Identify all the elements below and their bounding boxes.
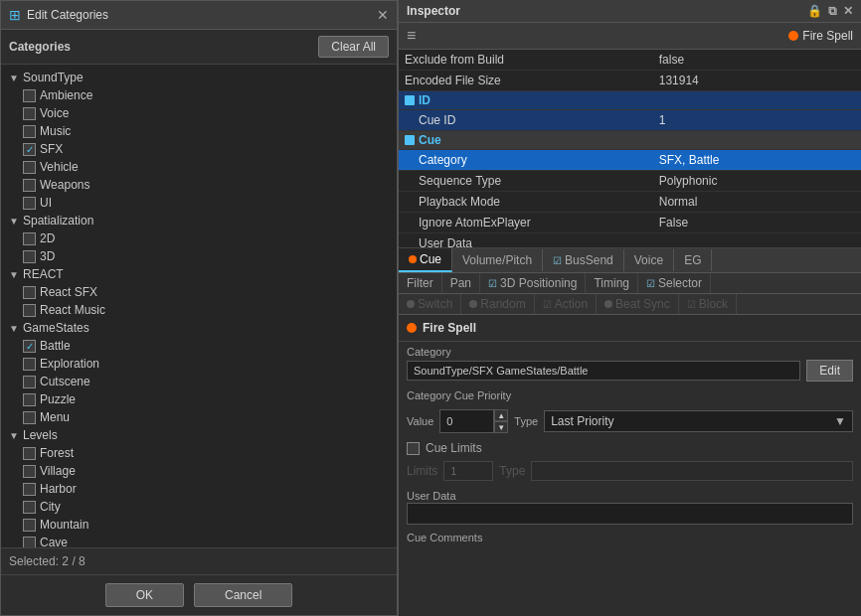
prop-name: Encoded File Size [399, 71, 653, 91]
subtab-selector[interactable]: ☑ Selector [638, 273, 711, 293]
cue-section-icon [405, 135, 415, 145]
checkbox-ambience[interactable] [23, 89, 36, 102]
tab-bussend[interactable]: ☑ BusSend [543, 249, 624, 271]
checkbox-battle[interactable] [23, 340, 36, 353]
list-item[interactable]: Cave [1, 534, 397, 547]
checkbox-ui[interactable] [23, 197, 36, 210]
list-item[interactable]: Village [1, 462, 397, 480]
list-item[interactable]: Harbor [1, 480, 397, 498]
prop-name: Category [399, 150, 653, 171]
checkbox-harbor[interactable] [23, 483, 36, 496]
list-item[interactable]: React Music [1, 301, 397, 319]
prop-value: 1 [653, 110, 861, 131]
spinner-down-button[interactable]: ▼ [494, 421, 508, 433]
subtab-filter[interactable]: Filter [399, 273, 442, 293]
checkbox-vehicle[interactable] [23, 161, 36, 174]
priority-value-input[interactable] [439, 409, 494, 433]
limits-type-input [531, 461, 853, 481]
list-item[interactable]: Ambience [1, 86, 397, 104]
limits-type-label: Type [499, 464, 525, 478]
tab-volume-pitch[interactable]: Volume/Pitch [452, 249, 543, 271]
checkbox-weapons[interactable] [23, 179, 36, 192]
checkbox-reactmusic[interactable] [23, 304, 36, 317]
group-gamestates[interactable]: ▼ GameStates [1, 319, 397, 337]
list-item[interactable]: Exploration [1, 355, 397, 373]
list-item[interactable]: SFX [1, 140, 397, 158]
tab-cue[interactable]: Cue [399, 248, 452, 272]
dropdown-arrow-icon: ▼ [834, 414, 846, 428]
group-levels[interactable]: ▼ Levels [1, 426, 397, 444]
tab-eg[interactable]: EG [674, 249, 712, 271]
checkbox-exploration[interactable] [23, 358, 36, 371]
ok-button[interactable]: OK [105, 583, 184, 607]
list-item[interactable]: Cutscene [1, 373, 397, 390]
list-item[interactable]: UI [1, 194, 397, 212]
cue-limits-checkbox[interactable] [407, 442, 420, 455]
checkbox-3d[interactable] [23, 250, 36, 263]
checkbox-sfx[interactable] [23, 143, 36, 156]
edit-button[interactable]: Edit [806, 360, 853, 382]
table-row: Cue [399, 131, 861, 150]
table-row: Category SFX, Battle [399, 150, 861, 171]
list-item[interactable]: Menu [1, 408, 397, 426]
subtab-selector-label: Selector [658, 276, 702, 290]
prop-value: 131914 [653, 71, 861, 91]
checkbox-menu[interactable] [23, 411, 36, 424]
subtab-action-label: Action [555, 297, 588, 311]
list-item[interactable]: Music [1, 122, 397, 140]
table-icon: ≡ [407, 27, 416, 45]
checkbox-village[interactable] [23, 465, 36, 478]
checkbox-city[interactable] [23, 501, 36, 514]
prop-name: User Data [399, 233, 653, 249]
group-spatialization[interactable]: ▼ Spatialization [1, 212, 397, 230]
clear-all-button[interactable]: Clear All [318, 36, 389, 58]
checkbox-cutscene[interactable] [23, 376, 36, 388]
list-item[interactable]: Puzzle [1, 390, 397, 408]
subtab-3d-positioning[interactable]: ☑ 3D Positioning [480, 273, 586, 293]
prop-name: Ignore AtomExPlayer [399, 213, 653, 233]
prop-name: Cue ID [399, 110, 653, 131]
checkbox-music[interactable] [23, 125, 36, 138]
list-item[interactable]: React SFX [1, 283, 397, 301]
checkbox-voice[interactable] [23, 107, 36, 120]
priority-type-dropdown[interactable]: Last Priority ▼ [544, 410, 853, 432]
priority-type-value: Last Priority [551, 414, 613, 428]
list-item[interactable]: Voice [1, 104, 397, 122]
window-close-icon[interactable]: ✕ [843, 4, 853, 18]
tab-voice[interactable]: Voice [624, 249, 674, 271]
prop-value [653, 233, 861, 249]
spinner-up-button[interactable]: ▲ [494, 409, 508, 421]
prop-value: Normal [653, 192, 861, 213]
user-data-input[interactable] [407, 503, 853, 525]
table-row: ID [399, 91, 861, 110]
list-item[interactable]: Battle [1, 337, 397, 355]
item-label: Battle [40, 339, 71, 353]
checkbox-2d[interactable] [23, 232, 36, 245]
group-react[interactable]: ▼ REACT [1, 265, 397, 283]
list-item[interactable]: Mountain [1, 516, 397, 534]
item-label: Forest [40, 446, 74, 460]
main-tabs: Cue Volume/Pitch ☑ BusSend Voice EG [399, 248, 861, 273]
list-item[interactable]: Weapons [1, 176, 397, 194]
subtab-block-label: Block [699, 297, 728, 311]
subtab-pan[interactable]: Pan [442, 273, 480, 293]
group-soundtype[interactable]: ▼ SoundType [1, 69, 397, 86]
list-item[interactable]: City [1, 498, 397, 516]
category-input[interactable] [407, 361, 800, 381]
close-button[interactable]: ✕ [377, 8, 389, 22]
checkbox-reactsfx[interactable] [23, 286, 36, 299]
prop-name: Exclude from Build [399, 50, 653, 71]
checkbox-cave[interactable] [23, 537, 36, 548]
list-item[interactable]: 3D [1, 247, 397, 265]
subtab-timing[interactable]: Timing [586, 273, 638, 293]
list-item[interactable]: 2D [1, 230, 397, 247]
list-item[interactable]: Vehicle [1, 158, 397, 176]
cancel-button[interactable]: Cancel [194, 583, 292, 607]
checkbox-forest[interactable] [23, 447, 36, 460]
checkbox-puzzle[interactable] [23, 393, 36, 406]
fire-spell-section-dot [407, 323, 417, 333]
checkbox-mountain[interactable] [23, 519, 36, 532]
table-row: Exclude from Build false [399, 50, 861, 71]
list-item[interactable]: Forest [1, 444, 397, 462]
inspector-toolbar: ≡ Fire Spell [399, 23, 861, 50]
